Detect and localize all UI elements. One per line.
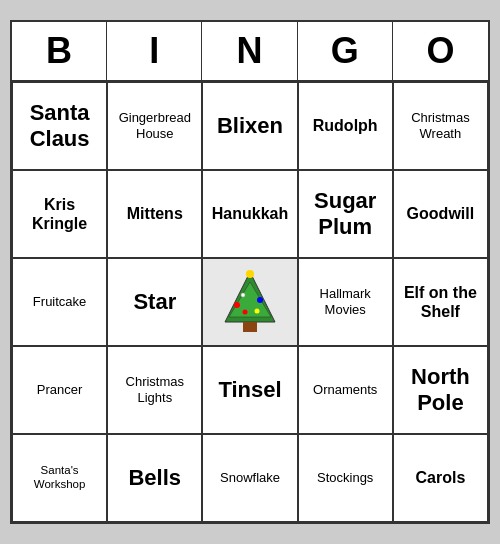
bingo-cell: Star [107, 258, 202, 346]
bingo-header: BINGO [12, 22, 488, 82]
header-letter: N [202, 22, 297, 80]
bingo-cell: Prancer [12, 346, 107, 434]
header-letter: I [107, 22, 202, 80]
bingo-grid: Santa ClausGingerbread HouseBlixenRudolp… [12, 82, 488, 522]
bingo-cell: Snowflake [202, 434, 297, 522]
bingo-cell: Fruitcake [12, 258, 107, 346]
bingo-cell: Santa Claus [12, 82, 107, 170]
svg-point-7 [254, 309, 259, 314]
bingo-cell: Elf on the Shelf [393, 258, 488, 346]
bingo-cell: Hanukkah [202, 170, 297, 258]
bingo-cell: Carols [393, 434, 488, 522]
bingo-cell: Mittens [107, 170, 202, 258]
bingo-cell: Hallmark Movies [298, 258, 393, 346]
bingo-cell: Goodwill [393, 170, 488, 258]
bingo-cell: Sugar Plum [298, 170, 393, 258]
bingo-cell: Rudolph [298, 82, 393, 170]
bingo-cell: Christmas Lights [107, 346, 202, 434]
bingo-cell [202, 258, 297, 346]
bingo-cell: Kris Kringle [12, 170, 107, 258]
svg-point-6 [242, 310, 247, 315]
svg-point-5 [257, 297, 263, 303]
bingo-cell: Blixen [202, 82, 297, 170]
svg-marker-1 [229, 282, 271, 317]
header-letter: G [298, 22, 393, 80]
svg-point-8 [241, 293, 245, 297]
bingo-cell: Christmas Wreath [393, 82, 488, 170]
svg-point-4 [234, 302, 240, 308]
bingo-cell: Tinsel [202, 346, 297, 434]
header-letter: B [12, 22, 107, 80]
bingo-cell: Santa's Workshop [12, 434, 107, 522]
header-letter: O [393, 22, 488, 80]
bingo-cell: Stockings [298, 434, 393, 522]
svg-point-3 [246, 270, 254, 278]
bingo-card: BINGO Santa ClausGingerbread HouseBlixen… [10, 20, 490, 524]
bingo-cell: Bells [107, 434, 202, 522]
svg-rect-2 [243, 322, 257, 332]
bingo-cell: Ornaments [298, 346, 393, 434]
bingo-cell: Gingerbread House [107, 82, 202, 170]
bingo-cell: North Pole [393, 346, 488, 434]
